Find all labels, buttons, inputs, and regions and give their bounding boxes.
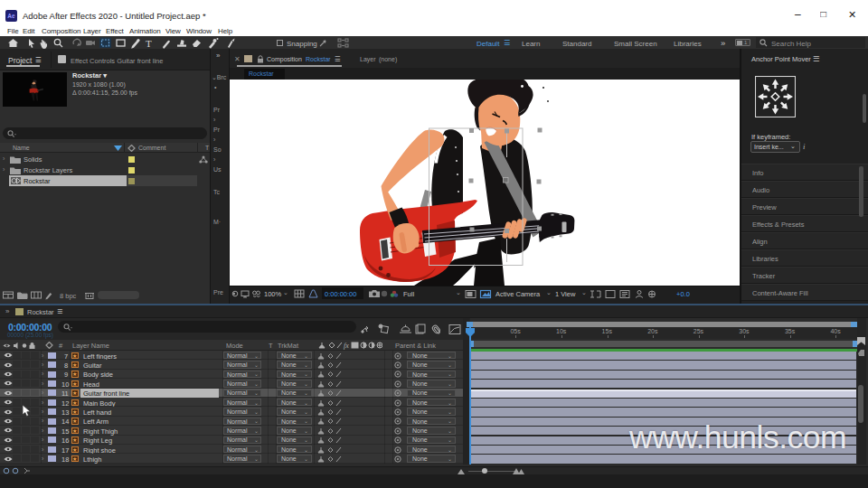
svg-text:T: T <box>146 38 152 49</box>
svg-text:8 bpc: 8 bpc <box>60 292 77 300</box>
svg-text:fx: fx <box>344 342 349 350</box>
